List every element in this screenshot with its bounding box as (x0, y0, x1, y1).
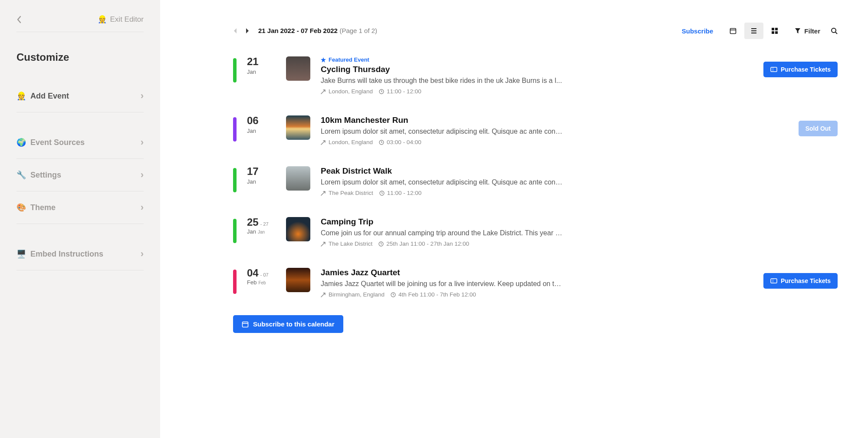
subscribe-calendar-button[interactable]: Subscribe to this calendar (233, 315, 343, 333)
chevron-right-icon: › (141, 202, 144, 213)
event-month: Jan (247, 228, 256, 235)
event-day: 25 (247, 216, 259, 228)
cta-label: Purchase Tickets (781, 277, 831, 284)
calendar-icon (242, 321, 249, 328)
cta-label: Purchase Tickets (781, 66, 831, 73)
event-description: Jake Burns will take us through the best… (321, 77, 564, 85)
event-meta: The Lake District 25th Jan 11:00 - 27th … (321, 240, 838, 247)
location-icon (321, 140, 326, 145)
location-icon (321, 191, 326, 196)
event-description: Lorem ipsum dolor sit amet, consectetur … (321, 128, 564, 135)
event-stripe (233, 168, 237, 192)
sidebar-item-event-sources[interactable]: 🌍 Event Sources › (16, 126, 144, 159)
event-location: London, England (329, 88, 373, 95)
svg-line-10 (835, 32, 837, 34)
palette-icon: 🎨 (16, 203, 26, 212)
event-day: 04 (247, 267, 259, 279)
event-date: 17 Jan (247, 166, 276, 185)
sidebar-item-theme[interactable]: 🎨 Theme › (16, 191, 144, 224)
event-month-end: Feb (258, 280, 266, 285)
svg-rect-8 (775, 31, 778, 34)
event-meta: London, England 11:00 - 12:00 (321, 88, 753, 95)
event-stripe (233, 117, 237, 142)
prev-page-button[interactable] (233, 28, 237, 34)
svg-rect-7 (772, 31, 774, 34)
sidebar-item-embed[interactable]: 🖥️ Embed Instructions › (16, 238, 144, 270)
featured-badge: Featured Event (321, 56, 753, 63)
event-month: Jan (247, 178, 276, 185)
sold-out-badge: Sold Out (799, 121, 838, 136)
event-description: Lorem ipsum dolor sit amet, consectetur … (321, 178, 564, 186)
back-button[interactable] (16, 16, 22, 23)
sidebar-item-label: Event Sources (30, 138, 85, 147)
sidebar-item-label: Add Event (30, 92, 69, 101)
main-content: 21 Jan 2022 - 07 Feb 2022 (Page 1 of 2) … (160, 0, 868, 438)
search-button[interactable] (831, 23, 838, 39)
clock-icon (379, 191, 385, 196)
date-range: 21 Jan 2022 - 07 Feb 2022 (Page 1 of 2) (258, 27, 377, 35)
filter-icon (795, 28, 801, 34)
event-day: 17 (247, 166, 276, 177)
list-icon (750, 28, 757, 34)
event-title: 10km Manchester Run (321, 115, 788, 125)
event-month: Jan (247, 69, 276, 75)
star-icon (321, 57, 326, 63)
calendar-icon (730, 27, 736, 34)
sidebar-item-add-event[interactable]: 👷 Add Event › (16, 80, 144, 112)
event-description: Come join us for our annual camping trip… (321, 229, 564, 237)
location-icon (321, 89, 326, 94)
search-icon (831, 27, 838, 34)
filter-button[interactable]: Filter (795, 27, 820, 35)
svg-rect-5 (772, 28, 774, 30)
featured-label: Featured Event (329, 56, 369, 63)
filter-label: Filter (804, 27, 820, 35)
chevron-right-icon: › (141, 90, 144, 102)
location-icon (321, 292, 326, 297)
event-time: 11:00 - 12:00 (387, 190, 422, 196)
page-info: (Page 1 of 2) (339, 27, 377, 34)
sidebar-top: 👷 Exit Editor (16, 10, 144, 32)
calendar-view-button[interactable] (723, 23, 743, 39)
sidebar-item-label: Theme (30, 203, 56, 212)
event-date: 06 Jan (247, 115, 276, 134)
event-title: Camping Trip (321, 217, 838, 227)
subscribe-link[interactable]: Subscribe (682, 27, 713, 35)
event-title: Jamies Jazz Quartet (321, 268, 753, 277)
svg-rect-18 (771, 279, 777, 283)
sidebar-item-settings[interactable]: 🔧 Settings › (16, 159, 144, 191)
date-start: 21 Jan 2022 (258, 27, 295, 34)
list-view-button[interactable] (744, 23, 763, 39)
event-day-end: 07 (263, 272, 268, 277)
event-title: Cycling Thursday (321, 65, 753, 74)
event-thumbnail (286, 115, 310, 140)
construction-worker-icon: 👷 (16, 91, 26, 101)
event-row[interactable]: 06 Jan 10km Manchester Run Lorem ipsum d… (233, 115, 838, 145)
wrench-icon: 🔧 (16, 170, 26, 180)
ticket-icon (770, 67, 777, 72)
event-time: 4th Feb 11:00 - 7th Feb 12:00 (398, 291, 476, 298)
event-row[interactable]: 17 Jan Peak District Walk Lorem ipsum do… (233, 166, 838, 196)
purchase-tickets-button[interactable]: Purchase Tickets (763, 273, 838, 289)
svg-rect-12 (771, 67, 777, 72)
event-row[interactable]: 21 Jan Featured Event Cycling Thursday J… (233, 56, 838, 95)
cta-label: Sold Out (806, 125, 831, 132)
next-page-button[interactable] (245, 28, 250, 34)
purchase-tickets-button[interactable]: Purchase Tickets (763, 62, 838, 77)
grid-view-button[interactable] (765, 23, 784, 39)
sidebar-menu: 👷 Add Event › 🌍 Event Sources › 🔧 Settin… (16, 80, 144, 270)
event-stripe (233, 270, 237, 294)
subscribe-label: Subscribe to this calendar (253, 320, 335, 328)
event-row[interactable]: 25- 27 JanJan Camping Trip Come join us … (233, 217, 838, 247)
event-meta: London, England 03:00 - 04:00 (321, 139, 788, 145)
event-month-end: Jan (258, 230, 265, 234)
event-stripe (233, 58, 237, 82)
sidebar-item-label: Settings (30, 171, 61, 180)
event-row[interactable]: 04- 07 FebFeb Jamies Jazz Quartet Jamies… (233, 268, 838, 298)
event-meta: The Peak District 11:00 - 12:00 (321, 190, 838, 196)
exit-editor-link[interactable]: 👷 Exit Editor (98, 15, 144, 24)
event-location: Birmingham, England (329, 291, 385, 298)
svg-rect-20 (243, 322, 248, 327)
caret-left-icon (233, 28, 237, 34)
construction-worker-icon: 👷 (98, 15, 107, 24)
event-day: 06 (247, 115, 276, 126)
